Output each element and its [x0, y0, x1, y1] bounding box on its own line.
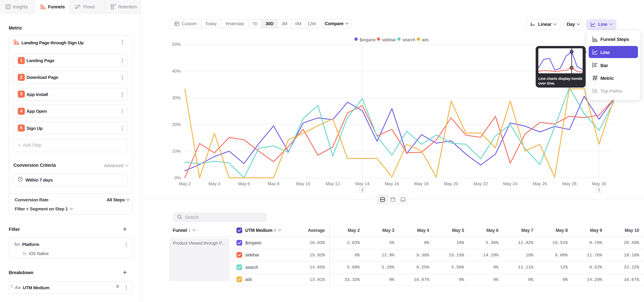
svg-text:May 20: May 20 — [444, 181, 458, 186]
svg-text:40%: 40% — [172, 68, 181, 74]
svg-text:1: 1 — [598, 188, 600, 192]
svg-text:May 10: May 10 — [296, 181, 310, 186]
svg-text:30%: 30% — [172, 95, 181, 100]
svg-text:20%: 20% — [172, 122, 181, 127]
svg-text:May 30: May 30 — [592, 181, 606, 186]
svg-text:May 2: May 2 — [179, 181, 191, 186]
svg-text:10%: 10% — [172, 149, 181, 154]
svg-text:1: 1 — [361, 188, 364, 192]
svg-text:May 14: May 14 — [355, 181, 370, 186]
svg-text:50%: 50% — [172, 42, 181, 47]
svg-text:May 12: May 12 — [326, 181, 340, 186]
svg-text:0%: 0% — [174, 175, 181, 180]
svg-text:May 28: May 28 — [562, 181, 576, 186]
svg-text:May 18: May 18 — [414, 181, 429, 186]
svg-text:May 22: May 22 — [474, 181, 488, 186]
svg-text:May 4: May 4 — [208, 181, 220, 186]
svg-text:May 16: May 16 — [385, 181, 399, 186]
svg-text:May 24: May 24 — [503, 181, 518, 186]
svg-text:May 8: May 8 — [268, 181, 280, 186]
svg-text:May 6: May 6 — [238, 181, 250, 186]
svg-text:May 26: May 26 — [533, 181, 547, 186]
